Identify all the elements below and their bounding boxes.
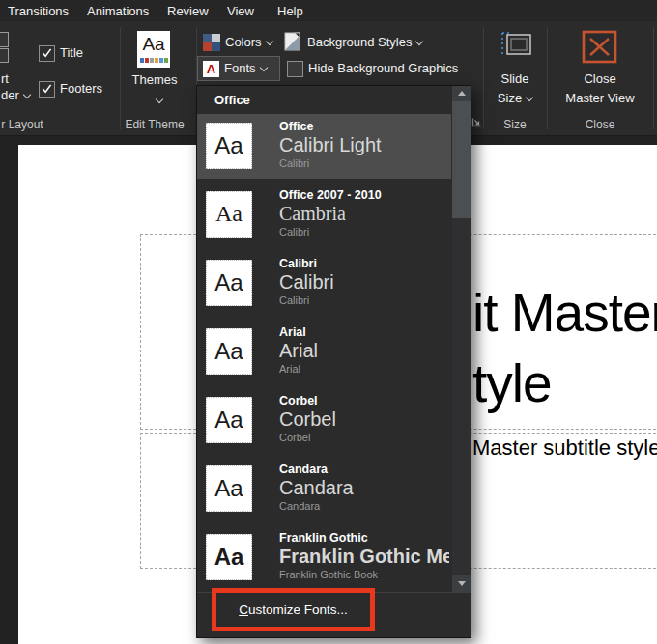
font-theme-body: Candara (279, 499, 449, 514)
scroll-down-button[interactable] (452, 575, 471, 592)
chevron-down-icon (23, 91, 31, 98)
dropdown-resize-grip[interactable]: ···· (197, 623, 471, 632)
tab-transitions[interactable]: Transitions (8, 0, 69, 21)
font-theme-name: Arial (279, 324, 449, 340)
customize-fonts-access-key: C (239, 602, 248, 617)
hide-background-graphics-checkbox[interactable] (287, 61, 303, 77)
font-theme-body: Franklin Gothic Book (279, 568, 449, 582)
font-theme-arial[interactable]: Aa Arial Arial Arial (197, 320, 451, 384)
font-preview-icon: Aa (206, 191, 252, 238)
dialog-launcher-icon[interactable] (471, 117, 482, 127)
chevron-down-icon (259, 64, 267, 71)
insert-placeholder-button[interactable]: der (1, 88, 30, 102)
font-theme-heading: Calibri Light (279, 134, 449, 156)
scroll-up-button[interactable] (452, 86, 471, 101)
menu-bar: Transitions Animations Review View Help (0, 0, 657, 21)
master-subtitle-text: Master subtitle style (472, 435, 657, 461)
chevron-down-icon (526, 94, 533, 101)
group-label-size: Size (483, 118, 547, 131)
master-title-text: tyle (472, 354, 552, 412)
themes-button-label: Themes (120, 72, 189, 87)
arrow-up-icon (458, 91, 466, 96)
font-theme-body: Corbel (279, 431, 449, 445)
font-theme-franklin-gothic[interactable]: Aa Franklin Gothic Franklin Gothic Mediu… (197, 525, 451, 590)
font-preview-icon: Aa (206, 123, 252, 169)
checkmark-icon (42, 48, 52, 58)
group-label-edit-theme: Edit Theme (120, 118, 189, 131)
slide-size-label-line1: Slide (483, 71, 547, 86)
arrow-down-icon (458, 581, 466, 586)
font-theme-body: Calibri (279, 225, 449, 239)
theme-colors-strip (137, 58, 170, 63)
font-preview-icon: Aa (206, 397, 252, 443)
font-preview-icon: Aa (206, 465, 252, 512)
font-preview-icon: Aa (206, 260, 252, 306)
font-theme-heading: Franklin Gothic Medium (279, 546, 449, 568)
group-label-close: Close (547, 118, 653, 131)
font-preview-icon: Aa (206, 534, 252, 580)
footers-checkbox-label: Footers (60, 81, 102, 96)
font-theme-name: Calibri (279, 256, 449, 271)
font-theme-corbel[interactable]: Aa Corbel Corbel Corbel (197, 388, 451, 453)
close-master-view-label-line1: Close (547, 71, 653, 86)
title-checkbox-label: Title (60, 45, 83, 60)
fonts-dropdown-section-header: Office (214, 93, 250, 107)
font-preview-icon: Aa (206, 328, 252, 375)
customize-fonts-label: ustomize Fonts... (248, 602, 348, 617)
font-theme-heading: Cambria (279, 203, 449, 225)
tab-view[interactable]: View (227, 0, 254, 21)
hide-background-graphics-label: Hide Background Graphics (308, 61, 458, 75)
chevron-down-icon (156, 96, 163, 103)
tab-help[interactable]: Help (277, 0, 303, 21)
colors-icon (203, 34, 220, 51)
close-master-view-icon (582, 30, 617, 64)
themes-icon-letters: Aa (137, 31, 170, 58)
footers-checkbox[interactable] (39, 81, 55, 98)
insert-placeholder-icon (0, 48, 9, 63)
scrollbar-thumb[interactable] (452, 101, 471, 218)
font-theme-name: Franklin Gothic (279, 530, 449, 546)
font-theme-heading: Arial (279, 340, 449, 362)
master-title-text: it Master (472, 284, 657, 342)
font-theme-body: Calibri (279, 156, 449, 171)
tab-review[interactable]: Review (167, 0, 209, 21)
fonts-icon: A (203, 61, 219, 77)
themes-icon: Aa (137, 31, 170, 68)
close-master-view-label-line2: Master View (547, 91, 653, 105)
insert-placeholder-button[interactable]: rt (1, 71, 9, 86)
colors-button-label: Colors (225, 35, 272, 49)
fonts-button-label[interactable]: Fonts (224, 61, 267, 75)
background-styles-icon (284, 32, 302, 52)
checkmark-icon (42, 84, 52, 94)
title-checkbox[interactable] (39, 45, 55, 62)
font-theme-candara[interactable]: Aa Candara Candara Candara (197, 457, 451, 521)
font-theme-name: Corbel (279, 393, 449, 408)
font-theme-calibri[interactable]: Aa Calibri Calibri Calibri (197, 251, 451, 316)
fonts-dropdown: Office Aa Office Calibri Light Calibri A… (196, 85, 471, 638)
chevron-down-icon (415, 38, 423, 45)
font-theme-body: Arial (279, 362, 449, 377)
insert-placeholder-icon (0, 32, 9, 47)
chevron-down-icon (265, 38, 272, 45)
font-theme-name: Candara (279, 462, 449, 477)
font-theme-heading: Calibri (279, 271, 449, 294)
group-separator (653, 27, 654, 129)
slide-size-icon (500, 31, 532, 58)
font-theme-heading: Corbel (279, 408, 449, 431)
dropdown-scrollbar[interactable] (452, 86, 471, 592)
font-theme-body: Calibri (279, 294, 449, 308)
font-theme-heading: Candara (279, 477, 449, 499)
font-theme-name: Office (279, 119, 449, 134)
tab-animations[interactable]: Animations (87, 0, 149, 21)
font-theme-office[interactable]: Aa Office Calibri Light Calibri (197, 114, 451, 179)
background-styles-label: Background Styles (307, 35, 422, 49)
font-theme-office-2007-2010[interactable]: Aa Office 2007 - 2010 Cambria Calibri (197, 182, 451, 247)
slide-size-label-line2: Size (483, 91, 547, 105)
group-label-master-layout: r Layout (0, 118, 44, 131)
font-theme-name: Office 2007 - 2010 (279, 187, 449, 203)
